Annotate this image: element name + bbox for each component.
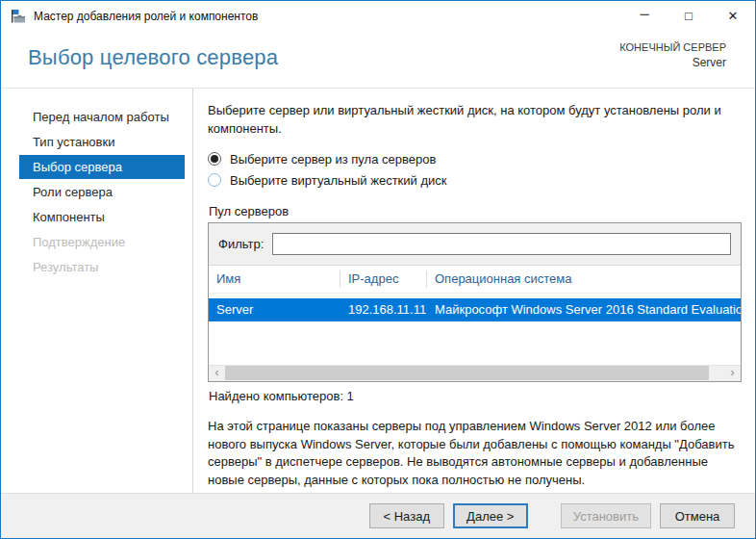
cell-server-os: Майкрософт Windows Server 2016 Standard …: [427, 302, 741, 317]
sidebar-item-confirmation: Подтверждение: [19, 230, 185, 254]
minimize-button[interactable]: ─: [622, 1, 667, 31]
computers-found-text: Найдено компьютеров: 1: [209, 389, 742, 403]
column-header-ip[interactable]: IP-адрес: [340, 270, 427, 288]
wizard-footer: < Назад Далее > Установить Отмена: [1, 493, 755, 538]
cancel-button[interactable]: Отмена: [660, 503, 735, 528]
server-pool-box: Фильтр: Имя IP-адрес Операционная систем…: [208, 222, 742, 382]
destination-server-name: Server: [619, 56, 726, 69]
radio-unselected-icon[interactable]: [208, 173, 221, 187]
radio-select-virtual-hard-disk[interactable]: Выберите виртуальный жесткий диск: [208, 173, 742, 188]
title-bar: Мастер добавления ролей и компонентов ─ …: [1, 1, 755, 31]
wizard-window: Мастер добавления ролей и компонентов ─ …: [0, 0, 756, 539]
destination-server-block: КОНЕЧНЫЙ СЕРВЕР Server: [619, 41, 726, 69]
sidebar-item-server-selection[interactable]: Выбор сервера: [19, 155, 185, 179]
radio-selected-icon[interactable]: [208, 152, 221, 166]
scroll-left-icon[interactable]: ‹: [209, 366, 225, 380]
next-button[interactable]: Далее >: [453, 503, 528, 528]
close-button[interactable]: ✕: [711, 1, 755, 31]
filter-label: Фильтр:: [218, 237, 264, 251]
column-header-name[interactable]: Имя: [209, 270, 340, 288]
back-button[interactable]: < Назад: [369, 503, 444, 528]
cell-server-name: Server: [209, 302, 340, 317]
main-content: Выберите сервер или виртуальный жесткий …: [193, 89, 755, 493]
filter-input[interactable]: [272, 233, 731, 255]
page-title: Выбор целевого сервера: [28, 45, 278, 70]
filter-row: Фильтр:: [209, 223, 741, 266]
maximize-button[interactable]: □: [667, 1, 711, 31]
table-row-server[interactable]: Server 192.168.11.11 Майкрософт Windows …: [209, 298, 741, 321]
radio-select-server-from-pool[interactable]: Выберите сервер из пула серверов: [208, 152, 742, 167]
wizard-header: Выбор целевого сервера КОНЕЧНЫЙ СЕРВЕР S…: [1, 31, 755, 89]
wizard-flag-icon: [11, 9, 26, 24]
window-title: Мастер добавления ролей и компонентов: [34, 10, 258, 23]
sidebar-item-installation-type[interactable]: Тип установки: [19, 130, 185, 154]
page-note-text: На этой странице показаны серверы под уп…: [208, 418, 742, 490]
sidebar-item-features[interactable]: Компоненты: [19, 205, 185, 229]
radio-label: Выберите виртуальный жесткий диск: [230, 173, 446, 188]
scrollbar-thumb[interactable]: [225, 366, 709, 380]
destination-server-label: КОНЕЧНЫЙ СЕРВЕР: [619, 41, 726, 53]
wizard-steps-sidebar: Перед началом работы Тип установки Выбор…: [1, 89, 193, 493]
table-empty-area: [209, 321, 741, 365]
server-pool-title: Пул серверов: [209, 204, 742, 218]
cell-server-ip: 192.168.11.11: [340, 302, 427, 317]
intro-text: Выберите сервер или виртуальный жесткий …: [208, 102, 732, 139]
scroll-right-icon[interactable]: ›: [724, 366, 741, 380]
table-header-row: Имя IP-адрес Операционная система: [209, 266, 741, 294]
install-button: Установить: [561, 503, 651, 528]
sidebar-item-server-roles[interactable]: Роли сервера: [19, 180, 185, 204]
radio-label: Выберите сервер из пула серверов: [230, 152, 436, 167]
sidebar-item-before-you-begin[interactable]: Перед началом работы: [19, 105, 185, 129]
horizontal-scrollbar[interactable]: ‹ ›: [209, 365, 741, 381]
sidebar-item-results: Результаты: [19, 255, 185, 279]
column-header-os[interactable]: Операционная система: [427, 270, 741, 288]
